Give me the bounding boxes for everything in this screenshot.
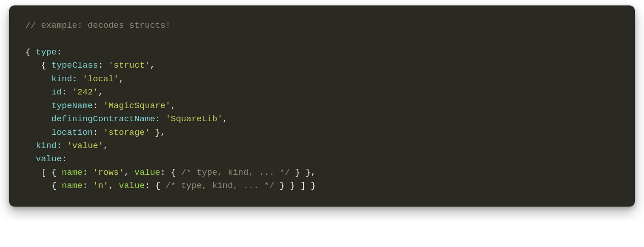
brace-open: { [155,181,160,191]
colon: : [82,168,87,178]
colon: : [62,154,67,164]
comma: , [119,74,124,84]
key-typeClass: typeClass [51,60,98,70]
block-comment: /* type, kind, ... */ [166,181,274,191]
string-n: 'n' [93,181,108,191]
comma: , [171,101,176,111]
key-definingContractName: definingContractName [51,114,155,124]
colon: : [93,128,98,138]
string-local: 'local' [82,74,119,84]
colon: : [82,181,87,191]
brace-open: { [41,60,46,70]
key-type: type [36,47,57,57]
key-value-inner: value [119,181,145,191]
key-value-inner: value [135,168,161,178]
key-location: location [51,128,93,138]
colon: : [98,60,103,70]
string-rows: 'rows' [93,168,124,178]
comma: , [222,114,227,124]
comma: , [108,181,113,191]
brace-close: } [280,181,285,191]
comma: , [150,60,155,70]
key-kind-outer: kind [36,141,57,151]
string-struct: 'struct' [108,60,150,70]
colon: : [161,168,166,178]
colon: : [145,181,150,191]
colon: : [155,114,160,124]
string-242: '242' [72,87,98,97]
block-comment: /* type, kind, ... */ [181,168,290,178]
string-magicsquare: 'MagicSquare' [103,101,171,111]
comma: , [311,168,316,178]
comma: , [103,141,108,151]
comma: , [98,87,103,97]
string-value: 'value' [67,141,103,151]
key-value: value [36,154,62,164]
colon: : [72,74,77,84]
colon: : [62,87,67,97]
colon: : [56,141,61,151]
colon: : [56,47,61,57]
bracket-close: ] [300,181,305,191]
brace-open: { [25,47,30,57]
key-id: id [51,87,62,97]
brace-close: } [306,168,311,178]
code-comment: // example: decodes structs! [25,20,171,30]
brace-close: } [290,181,295,191]
string-storage: 'storage' [103,128,150,138]
brace-open: { [51,181,56,191]
comma: , [160,128,165,138]
colon: : [93,101,98,111]
key-kind: kind [51,74,72,84]
key-name: name [62,181,83,191]
key-name: name [62,168,83,178]
brace-open: { [171,168,176,178]
brace-close: } [295,168,300,178]
brace-close: } [155,128,160,138]
brace-close: } [311,181,316,191]
key-typeName: typeName [51,101,93,111]
bracket-open: [ [41,168,46,178]
code-block: // example: decodes structs! { type: { t… [9,5,635,207]
string-squarelib: 'SquareLib' [166,114,222,124]
brace-open: { [51,168,56,178]
comma: , [124,168,129,178]
